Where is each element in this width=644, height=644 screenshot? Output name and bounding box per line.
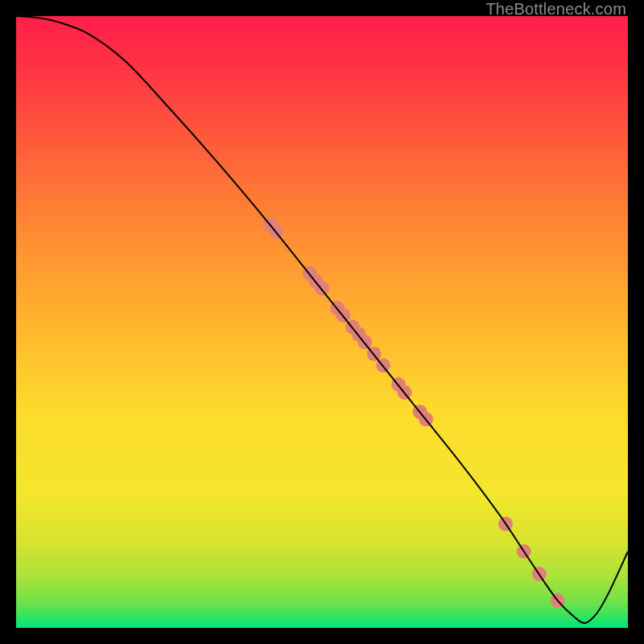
chart-background <box>16 16 628 628</box>
chart-stage: TheBottleneck.com <box>0 0 644 644</box>
bottleneck-chart <box>16 16 628 628</box>
